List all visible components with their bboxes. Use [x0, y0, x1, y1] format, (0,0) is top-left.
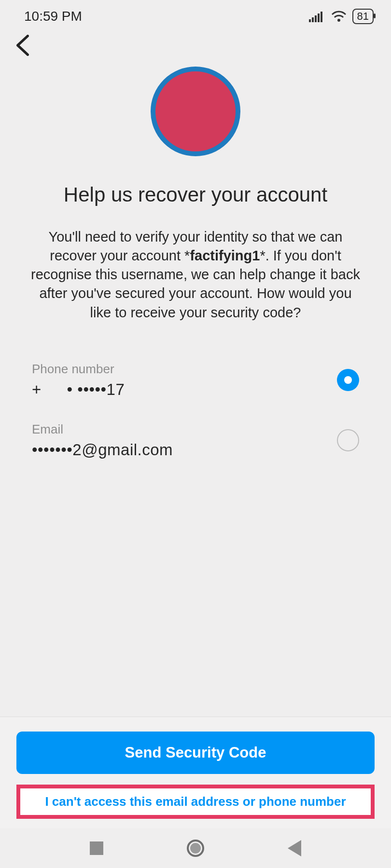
option-phone-label: Phone number: [32, 362, 125, 377]
main-content: Help us recover your account You'll need…: [0, 67, 391, 322]
option-phone[interactable]: Phone number + • •••••17: [32, 355, 359, 415]
option-phone-value: + • •••••17: [32, 380, 125, 399]
wifi-icon: [331, 11, 347, 22]
status-right: 81: [309, 9, 374, 24]
cellular-signal-icon: [309, 11, 325, 22]
cant-access-highlight: I can't access this email address or pho…: [16, 785, 375, 819]
page-description: You'll need to verify your identity so t…: [29, 228, 362, 322]
nav-home-icon[interactable]: [187, 840, 204, 857]
option-email-label: Email: [32, 422, 173, 437]
recovery-options: Phone number + • •••••17 Email •••••••2@…: [0, 355, 391, 475]
svg-rect-3: [318, 14, 320, 22]
option-phone-text: Phone number + • •••••17: [32, 362, 125, 399]
svg-rect-0: [309, 19, 311, 22]
header: [0, 29, 391, 64]
option-email-value: •••••••2@gmail.com: [32, 441, 173, 459]
status-bar: 10:59 PM 81: [0, 0, 391, 29]
send-security-code-button[interactable]: Send Security Code: [16, 732, 375, 774]
battery-indicator: 81: [352, 9, 374, 24]
svg-rect-1: [312, 17, 314, 22]
back-button[interactable]: [10, 32, 39, 64]
radio-phone[interactable]: [337, 369, 359, 391]
option-email[interactable]: Email •••••••2@gmail.com: [32, 415, 359, 475]
option-email-text: Email •••••••2@gmail.com: [32, 422, 173, 459]
nav-back-icon[interactable]: [288, 840, 301, 856]
system-navbar: [0, 828, 391, 868]
cant-access-link[interactable]: I can't access this email address or pho…: [45, 794, 346, 809]
footer-actions: Send Security Code I can't access this e…: [0, 717, 391, 828]
svg-rect-4: [321, 12, 322, 22]
svg-point-5: [337, 19, 340, 22]
desc-username: factifying1: [190, 248, 260, 263]
footer: Send Security Code I can't access this e…: [0, 717, 391, 868]
page-title: Help us recover your account: [29, 183, 362, 206]
status-time: 10:59 PM: [24, 9, 82, 24]
nav-recent-icon[interactable]: [90, 841, 103, 855]
avatar-container: [29, 67, 362, 156]
radio-email[interactable]: [337, 429, 359, 451]
profile-avatar: [151, 67, 240, 156]
svg-rect-2: [315, 15, 317, 22]
